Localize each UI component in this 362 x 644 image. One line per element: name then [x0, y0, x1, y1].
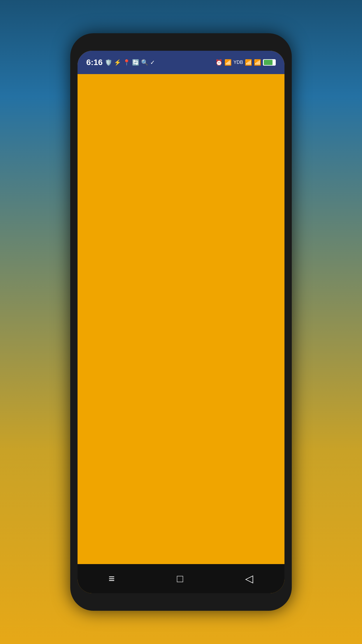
phone-screen: 6:16 🛡️ ⚡ 📍 🔄 🔍 ✓ ⏰ 📶 YDB 📶 📶 — [78, 51, 284, 593]
nfc-icon: 🔄 — [132, 59, 139, 66]
alarm-icon: ⏰ — [215, 59, 223, 66]
wifi-icon-1: 🛡️ — [105, 59, 112, 66]
data-icon: YDB — [233, 60, 243, 65]
vpn-icon: 📍 — [123, 59, 130, 66]
navigation-bar: ≡ □ ◁ — [78, 564, 284, 593]
phone-device: 6:16 🛡️ ⚡ 📍 🔄 🔍 ✓ ⏰ 📶 YDB 📶 📶 — [70, 33, 292, 611]
signal-icon-2: 📶 — [254, 59, 261, 66]
nav-home-icon[interactable]: □ — [177, 573, 183, 585]
status-icons-left: 🛡️ ⚡ 📍 🔄 🔍 ✓ — [105, 59, 155, 66]
nav-back-icon[interactable]: ◁ — [245, 573, 253, 585]
status-left: 6:16 🛡️ ⚡ 📍 🔄 🔍 ✓ — [86, 58, 155, 67]
status-time: 6:16 — [86, 58, 103, 67]
check-icon: ✓ — [150, 59, 155, 66]
nav-menu-icon[interactable]: ≡ — [109, 573, 115, 585]
status-right: ⏰ 📶 YDB 📶 📶 — [215, 59, 276, 66]
battery-fill — [264, 60, 273, 65]
battery-icon — [263, 59, 276, 66]
status-bar: 6:16 🛡️ ⚡ 📍 🔄 🔍 ✓ ⏰ 📶 YDB 📶 📶 — [78, 51, 284, 74]
bluetooth-icon: ⚡ — [114, 59, 121, 66]
signal-icon-1: 📶 — [245, 59, 252, 66]
wifi-icon: 📶 — [224, 59, 232, 66]
search-icon-status: 🔍 — [141, 59, 148, 66]
